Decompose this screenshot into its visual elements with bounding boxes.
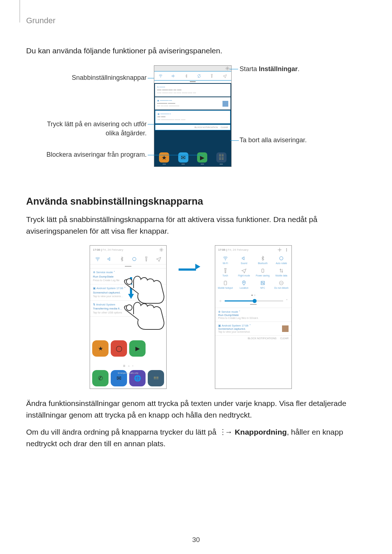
svg-point-1	[160, 77, 161, 77]
sound-icon	[241, 256, 246, 261]
reorder-bold: Knappordning	[235, 428, 287, 436]
qs-rotate: Auto rotate	[272, 255, 291, 267]
mid-indicator: ☰ ⌂ ›	[90, 365, 166, 368]
notif-body: Press to Create Log files in SDcard.	[218, 317, 289, 319]
page-header: Grunder	[26, 16, 366, 25]
qs-torch: Torch	[216, 267, 235, 279]
qs-label: Mobile hotspot	[218, 287, 233, 291]
svg-point-12	[280, 257, 283, 260]
qs-hotspot: Mobile hotspot	[216, 280, 235, 291]
callout-clear: Ta bort alla aviseringar.	[240, 136, 307, 144]
notification-1: S ━━━━ ━━━ ━━━━ ━━━ ━━ ━━━ ━━━ ━━━━ ━━━ …	[155, 84, 230, 97]
status-bar: 17:06 | Fri, 24 February	[90, 246, 166, 254]
quick-settings-grid: Wi-Fi Sound Bluetooth Auto rotate Torch …	[215, 254, 291, 293]
notification-2: ▣ Android System 17:06 ˅ Screenshot capt…	[215, 321, 291, 335]
bluetooth-icon	[260, 256, 265, 261]
app-tile: ◯	[111, 340, 127, 357]
callout-tap-line1: Tryck lätt på en avisering och utför	[26, 120, 147, 129]
callout-tap-notif: Tryck lätt på en avisering och utför oli…	[26, 120, 147, 138]
notif-app: Service mode	[96, 271, 113, 274]
data-icon	[279, 268, 284, 273]
qs-label: Location	[240, 287, 248, 291]
bluetooth-icon	[184, 74, 188, 78]
svg-point-7	[279, 249, 281, 250]
dock-app-apps: ⠿⠿⠿⠿	[216, 152, 226, 163]
lead-line	[230, 140, 239, 141]
emergency-label: Emergency calls only	[90, 372, 166, 374]
clear-label: CLEAR	[221, 126, 228, 128]
location-icon	[241, 280, 246, 286]
qs-label: Mobile data	[275, 275, 287, 279]
rotate-icon	[132, 257, 137, 262]
bluetooth-icon	[119, 257, 124, 262]
qs-flight: Flight mode	[235, 267, 254, 279]
page-number: 30	[0, 536, 392, 544]
status-date: Fri, 24 February	[103, 248, 123, 251]
section-paragraph: Tryck lätt på snabbinställningsknapparna…	[26, 214, 366, 237]
qs-label: Torch	[222, 275, 228, 279]
dock-app-1: ★	[159, 152, 169, 163]
sound-icon	[171, 74, 175, 78]
app-tile: ▶	[129, 340, 146, 357]
dock-app-3: ▶	[197, 152, 207, 163]
qs-bluetooth: Bluetooth	[253, 255, 272, 267]
app-tile: ★	[92, 340, 109, 357]
status-bar	[154, 66, 231, 71]
notification-1: ⊕ Service mode ˅ Run DumpState Press to …	[215, 308, 291, 321]
side-rule	[20, 0, 20, 22]
qs-label: Sound	[241, 262, 247, 267]
qs-label: Wi-Fi	[222, 262, 228, 267]
callout-settings: Starta Inställningar.	[240, 65, 299, 73]
plane-icon	[223, 74, 227, 78]
drag-handle	[215, 304, 291, 308]
notif-body: Tap for other USB options	[93, 311, 163, 315]
qs-location: Location	[235, 280, 254, 291]
notif-app: Android System 17:06	[222, 324, 249, 327]
quick-settings-row	[154, 71, 232, 81]
qs-sound: Sound	[235, 255, 254, 267]
dock-app-2: ✉	[178, 152, 188, 163]
block-label: BLOCK N…	[90, 316, 166, 322]
svg-rect-14	[224, 281, 226, 285]
lead-line	[229, 69, 238, 69]
clear-row: BLOCK NOTIFICATION CLEAR	[155, 124, 230, 130]
notification-3-highlight: ▣ ━━━━━━ ━ ━━ ━━━ ━━ ━━━━━━━━━ ━━━━ ━━━	[155, 110, 230, 124]
wifi-icon	[223, 256, 228, 261]
intro-text: Du kan använda följande funktioner på av…	[26, 46, 366, 55]
wifi-icon	[95, 257, 100, 262]
arrow-right-icon	[179, 266, 196, 272]
rotate-icon	[279, 256, 284, 261]
qs-label: Bluetooth	[258, 262, 268, 267]
svg-point-4	[132, 257, 136, 260]
notif-title: Transferring media fi…	[93, 307, 163, 311]
phone-mock-2b: 17:06 | Fri, 24 February Wi-Fi Sound Blu…	[215, 245, 292, 389]
notif-app: Service mode	[221, 310, 238, 313]
drag-handle	[154, 80, 231, 83]
svg-point-9	[286, 249, 287, 250]
qs-label: Do not disturb	[274, 287, 289, 291]
brightness-slider: ☼ ˅	[215, 297, 291, 304]
qs-label: Flight mode	[238, 275, 250, 279]
power-icon	[260, 268, 265, 273]
torch-icon	[210, 74, 214, 78]
quick-settings-row	[90, 254, 166, 264]
figure-2: 17:06 | Fri, 24 February ⊕ Service mode …	[26, 245, 366, 390]
body-paragraph-2: Ändra funktionsinställningar genom att t…	[26, 398, 366, 420]
callout-settings-suffix: .	[298, 65, 299, 73]
status-bar: 17:06 | Fri, 24 February	[215, 246, 291, 254]
wifi-icon	[159, 74, 163, 78]
drag-handle	[90, 264, 166, 268]
qs-label: NFC	[260, 287, 265, 291]
gear-icon	[225, 66, 229, 70]
notif-title: Screenshot captured.	[218, 327, 289, 331]
notif-body: Tap to view your screenshot.	[218, 331, 289, 333]
figure-1: S ━━━━ ━━━ ━━━━ ━━━ ━━ ━━━ ━━━ ━━━━ ━━━ …	[26, 65, 366, 174]
qs-mobile: Mobile data	[272, 267, 291, 279]
svg-point-3	[97, 260, 98, 261]
notification-2: ▣ ━━━━━━ ━━ ━━━━━━━ ━━━━━ ━━ ━━ ━━━ ━━━━…	[155, 97, 230, 110]
body-paragraph-3: Om du vill ändra ordning på knapparna tr…	[26, 426, 366, 449]
notif-app: Android System 17:06	[97, 287, 123, 290]
gear-icon	[278, 248, 282, 252]
section-heading: Använda snabbinställningsknapparna	[26, 196, 366, 207]
callout-block: Blockera aviseringar från program.	[26, 151, 147, 159]
